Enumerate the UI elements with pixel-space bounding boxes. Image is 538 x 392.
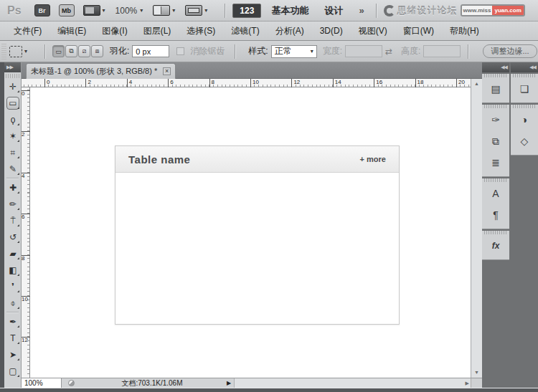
antialias-checkbox[interactable] (176, 47, 184, 55)
character-panel-icon[interactable]: A (482, 183, 509, 204)
paragraph-panel-icon[interactable]: ¶ (482, 204, 509, 226)
chevron-down-icon[interactable]: ▾ (140, 7, 143, 14)
menu-window[interactable]: 窗口(W) (395, 25, 442, 37)
vertical-ruler: 024681012 (22, 87, 30, 378)
menu-filter[interactable]: 滤镜(T) (223, 25, 267, 37)
gradient-tool[interactable]: ◧ (4, 262, 22, 278)
eyedropper-tool[interactable]: ✎ (4, 161, 22, 177)
close-icon[interactable]: × (163, 67, 171, 75)
menu-image[interactable]: 图像(I) (94, 25, 135, 37)
chevron-down-icon[interactable]: ▾ (24, 48, 27, 54)
workspace-basic-button[interactable]: 基本功能 (271, 4, 308, 17)
marquee-tool-preset-icon[interactable] (9, 46, 22, 57)
chevron-down-icon[interactable]: ▾ (172, 7, 175, 14)
crop-tool[interactable]: ⌗ (4, 144, 22, 161)
history-brush-tool-glyph: ↺ (9, 232, 16, 242)
path-selection-tool[interactable]: ➤ (4, 346, 22, 363)
status-zoom-field[interactable]: 100% (22, 378, 62, 388)
clone-stamp-tool-glyph: ⍑ (10, 216, 15, 226)
rectangular-marquee-tool[interactable]: ▭ (4, 95, 22, 111)
clone-source-panel-icon[interactable]: ⧉ (482, 130, 509, 152)
h-ruler-label: 16 (374, 79, 382, 85)
menu-view[interactable]: 视图(V) (351, 25, 395, 37)
rounded-rectangle-tool[interactable]: ▢ (4, 363, 22, 379)
spot-healing-brush-tool[interactable]: ✚ (4, 179, 22, 196)
menu-file[interactable]: 文件(F) (6, 25, 49, 37)
tool-flyout-corner (17, 307, 19, 309)
scroll-down-icon[interactable]: ▼ (471, 368, 482, 378)
styles-fx-panel-icon[interactable]: fx (482, 235, 509, 257)
tools-panel-expand-icon[interactable]: ▶▶ (4, 62, 21, 72)
refine-edge-button[interactable]: 调整边缘... (483, 44, 537, 58)
dock-column-outer: ◀◀ ❏◑◇ (511, 62, 538, 156)
dock-collapse-icon[interactable]: ◀◀ (482, 62, 509, 72)
feather-input[interactable] (132, 45, 169, 57)
h-ruler-number: 4 (128, 79, 132, 85)
eraser-tool[interactable]: ▰ (4, 245, 22, 262)
menu-help[interactable]: 帮助(H) (442, 25, 487, 37)
workspace-design-button[interactable]: 设计 (324, 4, 343, 17)
layer-comps-panel-icon[interactable]: ≣ (482, 152, 509, 173)
adjustments-panel-icon[interactable]: ◑ (511, 109, 538, 130)
width-label: 宽度: (323, 45, 342, 57)
document-tab[interactable]: 未标题-1 @ 100% (形状 3, RGB/8) * × (26, 63, 176, 79)
status-clock-cell (62, 378, 80, 388)
horizontal-ruler: 02468101214161820 (22, 79, 482, 87)
gradient-tool-glyph: ◧ (9, 265, 16, 275)
panel-grip (484, 178, 507, 182)
workspace-overflow-button[interactable]: » (359, 5, 362, 16)
style-select[interactable]: 正常 ▾ (271, 45, 317, 58)
new-selection-button[interactable]: ▭ (52, 45, 65, 57)
layers-panel-icon[interactable]: ❏ (511, 78, 538, 100)
chevron-down-icon[interactable]: ▾ (204, 7, 207, 14)
zoom-level-dropdown[interactable]: 100% (115, 6, 138, 16)
h-ruler-label: 12 (292, 79, 300, 85)
subtract-from-selection-button[interactable]: ⧄ (78, 45, 90, 57)
chevron-down-icon[interactable]: ▾ (103, 7, 105, 14)
dock-column-inner: ◀◀ ▤✑⧉≣A¶fx (482, 62, 509, 260)
swap-dimensions-icon[interactable]: ⇄ (385, 47, 392, 57)
clone-stamp-tool[interactable]: ⍑ (4, 212, 22, 229)
canvas[interactable]: Table name + more (30, 87, 471, 378)
type-tool-glyph: T (10, 333, 15, 343)
menu-3d[interactable]: 3D(D) (312, 26, 351, 36)
brushes-panel-icon[interactable]: ✑ (482, 109, 509, 130)
menu-layer[interactable]: 图层(L) (136, 25, 179, 37)
right-panel-dock: ◀◀ ▤✑⧉≣A¶fx ◀◀ ❏◑◇ (482, 62, 538, 388)
scroll-up-icon[interactable]: ▲ (471, 79, 482, 89)
lasso-tool[interactable]: ϙ (4, 111, 22, 128)
magic-wand-tool[interactable]: ✶ (4, 128, 22, 144)
menu-select[interactable]: 选择(S) (179, 25, 223, 37)
move-tool[interactable]: ✛ (4, 78, 22, 95)
tool-flyout-corner (17, 123, 19, 125)
folder-panel-icon[interactable]: ▤ (482, 78, 509, 100)
panel-group: ❏ (511, 74, 538, 103)
history-brush-tool[interactable]: ↺ (4, 229, 22, 245)
bridge-button[interactable]: Br (34, 4, 50, 16)
dock-collapse-icon[interactable]: ◀◀ (511, 62, 538, 72)
mobile-button[interactable]: Mb (59, 4, 75, 16)
watermark-url-badge: www.miss yuan.com (461, 4, 525, 16)
antialias-label: 消除锯齿 (190, 45, 225, 57)
horizontal-scrollbar[interactable]: ▶ (234, 378, 482, 388)
workspace-123-button[interactable]: 123 (232, 4, 261, 18)
masks-panel-icon[interactable]: ◇ (511, 130, 538, 152)
add-to-selection-button[interactable]: ⧉ (65, 45, 77, 57)
scroll-right-icon[interactable]: ▶ (466, 378, 469, 388)
vertical-scrollbar[interactable]: ▲ ▼ (471, 79, 482, 378)
document-tab-title: 未标题-1 @ 100% (形状 3, RGB/8) * (31, 66, 157, 77)
tool-flyout-corner (17, 290, 19, 292)
screen-mode-icon[interactable] (185, 5, 202, 16)
menu-analysis[interactable]: 分析(A) (268, 25, 312, 37)
intersect-selection-button[interactable]: ⧈ (91, 45, 103, 57)
pen-tool[interactable]: ✒ (4, 313, 22, 330)
brush-tool[interactable]: ✏ (4, 196, 22, 212)
status-flyout-icon[interactable]: ▶ (224, 378, 234, 388)
tools-list: ✛▭ϙ✶⌗✎✚✏⍑↺▰◧❜⌽✒T➤▢ (4, 78, 21, 379)
type-tool[interactable]: T (4, 330, 22, 346)
view-extras-icon[interactable] (83, 5, 100, 16)
dodge-tool[interactable]: ⌽ (4, 295, 22, 311)
menu-edit[interactable]: 编辑(E) (49, 25, 94, 37)
arrange-documents-icon[interactable] (153, 5, 170, 16)
blur-tool[interactable]: ❜ (4, 278, 22, 295)
